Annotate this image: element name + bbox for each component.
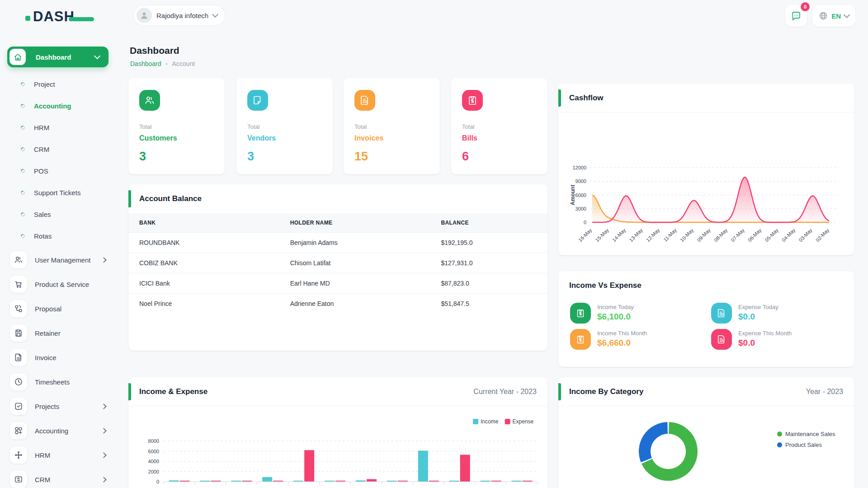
- card-title: Account Balance: [139, 194, 202, 203]
- card-accent-bar: [558, 89, 561, 107]
- invoice-icon: [717, 308, 726, 318]
- clock-icon: [14, 377, 23, 386]
- invoice-icon: [359, 95, 370, 106]
- sidebar-item-crm[interactable]: CRM: [0, 467, 128, 488]
- sidebar-subitem-sales[interactable]: Sales: [0, 203, 128, 225]
- table-row: Noel PrinceAdrienne Eaton$51,847.5: [128, 294, 547, 314]
- sidebar-subitem-rotas[interactable]: Rotas: [0, 225, 128, 247]
- svg-text:13-May: 13-May: [628, 227, 644, 243]
- sidebar-subitem-hrm[interactable]: HRM: [0, 117, 128, 138]
- income-by-category-card: Income By Category Year - 2023 Maintenan…: [558, 377, 854, 488]
- sidebar-item-dashboard[interactable]: Dashboard: [7, 47, 108, 67]
- sidebar-item-projects[interactable]: Projects: [0, 394, 128, 418]
- logo-text: DASH: [33, 9, 75, 25]
- sidebar-subitem-project[interactable]: Project: [0, 73, 128, 95]
- tile-value: $6,100.0: [597, 312, 634, 322]
- balance-cell: $127,931.0: [430, 253, 547, 273]
- chevron-right-icon: [101, 404, 107, 409]
- breadcrumb-dashboard-link[interactable]: Dashboard: [130, 60, 161, 67]
- holder-cell: Adrienne Eaton: [279, 294, 430, 314]
- sidebar-item-accounting[interactable]: Accounting: [0, 418, 128, 443]
- sidebar-item-label: Invoice: [35, 354, 128, 361]
- stat-card-invoices: TotalInvoices15: [344, 78, 440, 174]
- svg-text:06-May: 06-May: [747, 227, 763, 243]
- svg-text:07-May: 07-May: [730, 227, 745, 243]
- logo-dot-icon: [25, 16, 30, 21]
- legend-dot-icon: [777, 442, 782, 447]
- tile-label: Income Today: [597, 303, 634, 310]
- table-row: ROUNDBANKBenjamin Adams$192,195.0: [128, 233, 547, 253]
- stat-prefix: Total: [354, 123, 367, 130]
- sidebar-item-timesheets[interactable]: Timesheets: [0, 370, 128, 394]
- stat-prefix: Total: [462, 123, 474, 130]
- stat-label: Invoices: [354, 134, 383, 142]
- column-header-balance: BALANCE: [430, 213, 547, 233]
- chevron-right-icon: [101, 477, 107, 483]
- sidebar-subitem-support-tickets[interactable]: Support Tickets: [0, 182, 128, 203]
- sidebar-item-label: HRM: [35, 451, 102, 459]
- bullet-icon: [20, 211, 26, 217]
- svg-text:05-May: 05-May: [764, 227, 779, 243]
- svg-text:02-May: 02-May: [815, 227, 830, 243]
- chevron-down-icon: [212, 11, 218, 18]
- summary-tile-expense-this-month: Expense This Month$0.0: [711, 329, 792, 350]
- summary-tile-income-this-month: Income This Month$6,660.0: [570, 329, 647, 350]
- card-accent-bar: [128, 383, 131, 400]
- language-selector[interactable]: EN: [812, 5, 855, 27]
- dashboard-submenu: ProjectAccountingHRMCRMPOSSupport Ticket…: [0, 73, 128, 247]
- grid-plus-icon: [14, 426, 23, 435]
- sidebar-item-product-service[interactable]: Product & Service: [0, 272, 128, 296]
- messages-button[interactable]: 0: [785, 5, 807, 27]
- sidebar-subitem-label: Accounting: [34, 102, 71, 110]
- sidebar-subitem-label: HRM: [34, 124, 49, 131]
- card-transfer-icon: [14, 475, 23, 484]
- sidebar-item-invoice[interactable]: Invoice: [0, 345, 128, 370]
- sidebar-subitem-label: CRM: [34, 145, 49, 153]
- bullet-icon: [20, 146, 26, 152]
- svg-text:10-May: 10-May: [679, 227, 695, 243]
- table-row: ICICI BankEarl Hane MD$87,823.0: [128, 273, 547, 294]
- card-title: Income & Expense: [139, 387, 208, 396]
- balance-cell: $87,823.0: [430, 273, 547, 294]
- sidebar-modules: User ManagementProduct & ServiceProposal…: [0, 248, 128, 488]
- sidebar-item-retainer[interactable]: Retainer: [0, 321, 128, 345]
- svg-text:12000: 12000: [572, 165, 586, 170]
- sidebar-item-label: Dashboard: [36, 53, 95, 61]
- user-icon: [140, 11, 149, 20]
- legend-label: Product Sales: [785, 441, 822, 448]
- chevron-right-icon: [101, 257, 107, 263]
- account-balance-card: Account Balance BANKHOLDER NAMEBALANCE R…: [128, 184, 547, 351]
- sidebar-item-hrm[interactable]: HRM: [0, 443, 128, 467]
- svg-text:09-May: 09-May: [696, 227, 712, 243]
- svg-text:03-May: 03-May: [797, 227, 813, 243]
- bill-icon: [576, 308, 585, 318]
- sidebar: Dashboard ProjectAccountingHRMCRMPOSSupp…: [0, 32, 128, 488]
- card-title: Cashflow: [569, 94, 604, 103]
- bank-cell: COBIZ BANK: [128, 253, 279, 273]
- sidebar-subitem-label: Rotas: [34, 232, 52, 240]
- stat-label: Bills: [462, 134, 477, 142]
- balance-cell: $51,847.5: [430, 294, 547, 314]
- svg-text:2000: 2000: [148, 469, 159, 474]
- tile-value: $6,660.0: [597, 338, 647, 348]
- sidebar-item-label: CRM: [35, 476, 102, 483]
- bill-icon: [467, 95, 478, 106]
- sidebar-subitem-crm[interactable]: CRM: [0, 138, 128, 160]
- stat-card-vendors: TotalVendors3: [236, 78, 333, 174]
- users-icon: [144, 95, 155, 106]
- chart-legend: Maintenance SalesProduct Sales: [777, 431, 835, 448]
- tile-label: Expense This Month: [738, 329, 792, 337]
- save-icon: [14, 328, 23, 338]
- sidebar-subitem-accounting[interactable]: Accounting: [0, 95, 128, 117]
- workspace-selector[interactable]: Rajodiya infotech: [133, 5, 225, 26]
- svg-text:Amount: Amount: [570, 185, 576, 205]
- sidebar-subitem-label: Project: [34, 80, 55, 88]
- sidebar-subitem-pos[interactable]: POS: [0, 160, 128, 182]
- svg-text:11-May: 11-May: [662, 227, 678, 243]
- column-header-holder-name: HOLDER NAME: [279, 213, 430, 233]
- home-icon: [9, 49, 26, 65]
- sidebar-item-proposal[interactable]: Proposal: [0, 296, 128, 321]
- holder-cell: Benjamin Adams: [279, 233, 430, 253]
- tile-label: Expense Today: [738, 303, 778, 310]
- sidebar-item-user-management[interactable]: User Management: [0, 248, 128, 272]
